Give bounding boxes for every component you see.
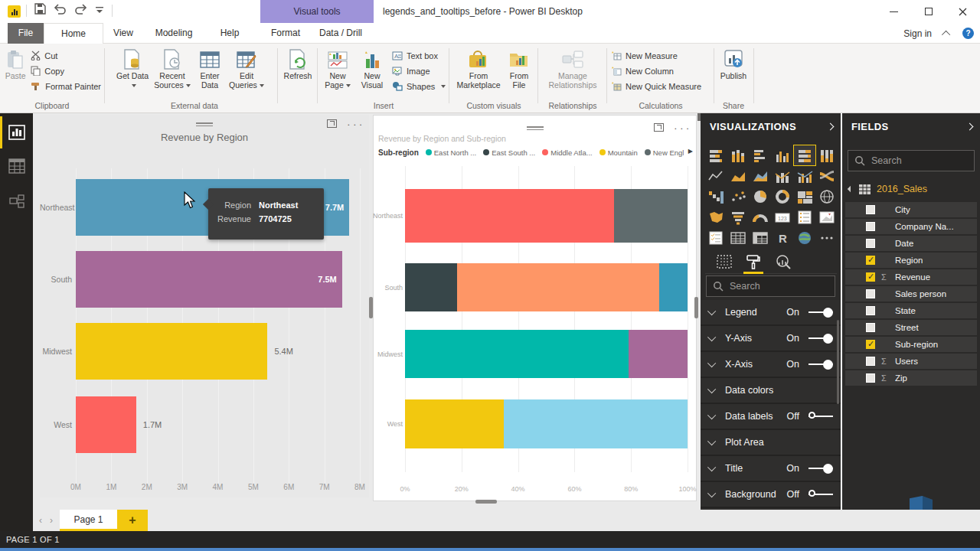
viz-icon-stacked-area[interactable] (750, 166, 771, 186)
bar-segment[interactable] (614, 189, 688, 243)
field-row-sales-person[interactable]: Sales person (845, 286, 977, 302)
viz-icon-gauge[interactable] (750, 207, 771, 227)
bar-segment[interactable] (629, 330, 688, 378)
toggle-switch[interactable] (808, 412, 833, 422)
viz-icon-donut[interactable] (772, 187, 793, 207)
get-data-button[interactable]: Get Data (113, 44, 152, 90)
selection-handle-left[interactable] (369, 297, 373, 318)
toggle-switch[interactable] (808, 464, 833, 474)
tab-file[interactable]: File (8, 23, 44, 44)
customize-toolbar-icon[interactable] (95, 4, 104, 18)
field-row-sub-region[interactable]: Sub-region (845, 337, 977, 352)
viz-icon-stacked-column-100[interactable] (816, 145, 838, 165)
tab-home[interactable]: Home (44, 23, 103, 44)
field-row-date[interactable]: Date (845, 236, 977, 251)
viz-icon-line-clustered-column[interactable] (794, 166, 815, 186)
visual-revenue-by-region[interactable]: Revenue by Region Northeast7.7MSouth7.5M… (40, 115, 369, 497)
table-node[interactable]: 2016_Sales (848, 184, 927, 194)
collapse-panel-icon[interactable] (827, 123, 835, 131)
viz-icon-clustered-column[interactable] (772, 145, 793, 165)
viz-icon-arcgis-map[interactable] (794, 228, 815, 248)
viz-icon-kpi[interactable] (816, 207, 838, 227)
bar-segment[interactable] (659, 263, 688, 311)
tab-modeling[interactable]: Modeling (143, 23, 204, 44)
format-search-box[interactable]: Search (706, 276, 835, 297)
viz-icon-area[interactable] (727, 166, 749, 186)
viz-icon-pie[interactable] (750, 187, 771, 207)
format-section-y-axis[interactable]: Y-AxisOn (701, 326, 841, 352)
new-page-button[interactable]: New Page (320, 44, 355, 90)
scrollbar[interactable] (837, 320, 839, 404)
recent-sources-button[interactable]: Recent Sources (152, 44, 193, 90)
next-page-icon[interactable]: › (50, 515, 53, 526)
checked-checkbox[interactable] (866, 272, 875, 282)
field-row-users[interactable]: ΣUsers (845, 354, 977, 369)
enter-data-button[interactable]: Enter Data (193, 44, 227, 90)
model-view-button[interactable] (0, 185, 33, 217)
checkbox[interactable] (866, 239, 875, 248)
format-section-data-labels[interactable]: Data labelsOff (701, 404, 841, 430)
viz-icon-ribbon[interactable] (816, 166, 838, 186)
manage-relationships-button[interactable]: Manage Relationships (541, 44, 605, 90)
checkbox[interactable] (866, 357, 875, 366)
format-section-data-colors[interactable]: Data colors (701, 378, 841, 404)
tab-format-pane[interactable] (745, 249, 762, 274)
save-icon[interactable] (34, 3, 46, 18)
close-button[interactable] (946, 0, 980, 23)
shapes-button[interactable]: Shapes (392, 80, 446, 92)
selection-handle[interactable] (697, 113, 701, 121)
tab-fields-pane[interactable] (716, 249, 733, 274)
viz-icon-treemap[interactable] (794, 187, 815, 207)
new-quick-measure-button[interactable]: New Quick Measure (611, 80, 712, 92)
viz-icon-line-stacked-column[interactable] (772, 166, 793, 186)
prev-page-icon[interactable]: ‹ (39, 515, 42, 526)
tab-format[interactable]: Format (263, 23, 309, 44)
help-icon[interactable] (962, 28, 974, 39)
bar-segment[interactable] (405, 263, 457, 311)
collapse-ribbon-icon[interactable] (942, 30, 950, 38)
format-section-plot-area[interactable]: Plot Area (701, 430, 841, 456)
checked-checkbox[interactable] (866, 256, 875, 265)
tab-analytics-pane[interactable] (774, 249, 792, 274)
checkbox[interactable] (866, 306, 875, 315)
viz-icon-stacked-bar[interactable] (705, 145, 727, 165)
viz-icon-more-visuals[interactable] (816, 228, 838, 248)
toggle-switch[interactable] (808, 308, 833, 318)
checkbox[interactable] (866, 373, 875, 383)
field-row-city[interactable]: City (845, 202, 977, 217)
bar-segment[interactable] (405, 189, 614, 243)
format-painter-button[interactable]: Format Painter (31, 80, 101, 92)
bar-midwest[interactable] (76, 323, 267, 380)
new-column-button[interactable]: New Column (611, 65, 712, 77)
format-section-title[interactable]: TitleOn (701, 456, 841, 482)
viz-icon-map[interactable] (816, 187, 838, 207)
checked-checkbox[interactable] (866, 340, 875, 349)
sign-in-link[interactable]: Sign in (903, 28, 932, 39)
bar-segment[interactable] (405, 399, 504, 448)
undo-icon[interactable] (54, 4, 67, 18)
cut-button[interactable]: Cut (31, 50, 101, 61)
field-row-company-na-[interactable]: Company Na... (845, 219, 977, 234)
field-row-revenue[interactable]: ΣRevenue (845, 269, 977, 285)
selection-handle-bottom[interactable] (475, 500, 497, 504)
edit-queries-button[interactable]: Edit Queries (227, 44, 266, 90)
tab-help[interactable]: Help (204, 23, 255, 44)
viz-icon-stacked-column[interactable] (727, 145, 749, 165)
checkbox[interactable] (866, 222, 875, 231)
field-row-state[interactable]: State (845, 303, 977, 318)
field-row-street[interactable]: Street (845, 320, 977, 335)
viz-icon-waterfall[interactable] (705, 187, 727, 207)
viz-icon-clustered-bar[interactable] (750, 145, 771, 165)
checkbox[interactable] (866, 289, 875, 298)
fields-search-box[interactable]: Search (848, 150, 975, 171)
selection-handle-right[interactable] (694, 297, 698, 318)
publish-button[interactable]: Publish (715, 44, 752, 81)
bar-south[interactable]: 7.5M (76, 251, 342, 308)
from-file-button[interactable]: From File (504, 44, 534, 90)
expand-collapse-icon[interactable] (848, 186, 854, 192)
format-section-legend[interactable]: LegendOn (701, 300, 841, 326)
toggle-switch[interactable] (808, 360, 833, 370)
collapse-panel-icon[interactable] (966, 123, 974, 131)
viz-icon-card[interactable]: 123 (772, 207, 793, 227)
toggle-switch[interactable] (808, 490, 833, 500)
